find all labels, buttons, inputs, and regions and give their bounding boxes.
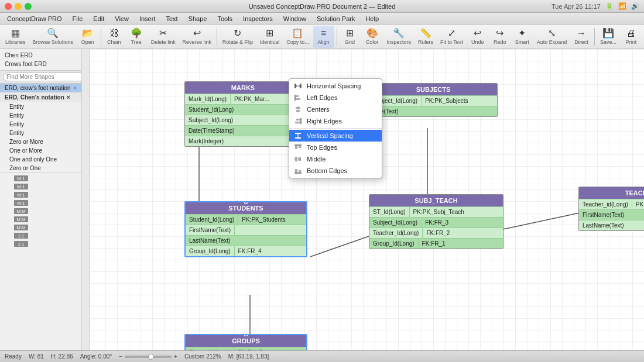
auto-expand-button[interactable]: ⤡ Auto Expand bbox=[534, 26, 570, 48]
subj-teach-header: SUBJ_TEACH bbox=[369, 195, 503, 206]
save-button[interactable]: 💾 Save... bbox=[597, 26, 619, 48]
sidebar-item-crows-foot[interactable]: Crows foot ERD bbox=[0, 60, 81, 68]
tree-button[interactable]: 🌳 Tree bbox=[126, 26, 147, 48]
direct-button[interactable]: → Direct bbox=[571, 26, 592, 48]
delete-link-button[interactable]: ✂ Delete link bbox=[148, 26, 179, 48]
sidebar-entity-3[interactable]: Entity bbox=[0, 120, 81, 129]
menu-help[interactable]: Help bbox=[361, 13, 383, 24]
rulers-button[interactable]: 📏 Rulers bbox=[415, 26, 436, 48]
menu-tools[interactable]: Tools bbox=[213, 13, 237, 24]
sidebar-one-or-more[interactable]: One or More bbox=[0, 146, 81, 155]
menu-insert[interactable]: Insert bbox=[135, 13, 160, 24]
minimize-button[interactable] bbox=[15, 3, 22, 10]
menu-app[interactable]: ConceptDraw PRO bbox=[2, 13, 67, 24]
teachers-row-3: LastName(Text) bbox=[579, 220, 644, 230]
maximize-button[interactable] bbox=[25, 3, 32, 10]
sidebar-rel-m1-1[interactable]: M:1 bbox=[0, 174, 81, 182]
menu-window[interactable]: Window bbox=[279, 13, 311, 24]
identical-button[interactable]: ⊞ Identical bbox=[257, 26, 282, 48]
titlebar: Unsaved ConceptDraw PRO Document 2 — Edi… bbox=[0, 0, 644, 13]
sidebar-entity-1[interactable]: Entity bbox=[0, 102, 81, 111]
dropdown-right-edges[interactable]: Right Edges bbox=[289, 115, 382, 127]
sidebar-rel-m1-3[interactable]: M:1 bbox=[0, 191, 81, 199]
dropdown-top-edges[interactable]: Top Edges bbox=[289, 142, 382, 153]
sidebar-one-only[interactable]: One and only One bbox=[0, 155, 81, 164]
color-button[interactable]: 🎨 Color bbox=[362, 26, 383, 48]
sidebar-rel-m1-4[interactable]: M:1 bbox=[0, 199, 81, 207]
sidebar-rel-11-1[interactable]: 1:1 bbox=[0, 232, 81, 240]
sidebar-item-crows-foot-notation[interactable]: ERD, crow's foot notation × bbox=[0, 84, 81, 92]
close-button[interactable] bbox=[5, 3, 12, 10]
browse-icon: 🔍 bbox=[47, 29, 59, 38]
toolbar-separator-4 bbox=[594, 28, 595, 46]
menu-inspectors[interactable]: Inspectors bbox=[238, 13, 278, 24]
marks-row-4: Date(TimeStamp) bbox=[185, 125, 301, 136]
resize-handle-bottom-right[interactable] bbox=[305, 255, 307, 257]
slider-track[interactable] bbox=[125, 356, 172, 358]
chain-button[interactable]: ⛓ Chain bbox=[104, 26, 125, 48]
resize-handle-groups-top[interactable] bbox=[244, 334, 248, 336]
zoom-in-icon[interactable]: + bbox=[174, 353, 177, 360]
teachers-row-1: Teacher_id(Long) PK:PK_Teachers bbox=[579, 199, 644, 209]
grid-button[interactable]: ⊞ Grid bbox=[340, 26, 361, 48]
browse-solutions-button[interactable]: 🔍 Browse Solutions bbox=[29, 26, 76, 48]
svg-rect-27 bbox=[299, 146, 301, 148]
menu-view[interactable]: View bbox=[110, 13, 133, 24]
students-row-2: FirstName(Text) bbox=[186, 225, 306, 235]
sidebar-entity-2[interactable]: Entity bbox=[0, 111, 81, 120]
sidebar-item-chen-erd[interactable]: Chen ERD bbox=[0, 51, 81, 60]
color-icon: 🎨 bbox=[366, 29, 378, 38]
table-subj-teach[interactable]: SUBJ_TEACH ST_Id(Long) PK:PK_Subj_Teach … bbox=[369, 194, 503, 249]
resize-handle-top[interactable] bbox=[244, 201, 248, 204]
sidebar-entity-4[interactable]: Entity bbox=[0, 129, 81, 137]
menu-shape[interactable]: Shape bbox=[184, 13, 212, 24]
menu-edit[interactable]: Edit bbox=[88, 13, 109, 24]
dropdown-bottom-edges[interactable]: Bottom Edges bbox=[289, 165, 382, 177]
open-button[interactable]: 📂 Open bbox=[77, 26, 98, 48]
sidebar-rel-mm-1[interactable]: M:M bbox=[0, 207, 81, 215]
dropdown-vertical-spacing[interactable]: Vertical Spacing bbox=[289, 130, 382, 142]
zoom-slider[interactable]: − + bbox=[119, 353, 177, 360]
canvas[interactable]: MARKS Mark_Id(Long) PK:PK_Mar... Student… bbox=[82, 49, 644, 350]
sidebar-rel-m1-2[interactable]: M:1 bbox=[0, 182, 81, 191]
table-students[interactable]: STUDENTS Student_Id(Long) PK:PK_Students… bbox=[184, 201, 307, 257]
slider-thumb[interactable] bbox=[148, 354, 154, 360]
find-shapes-input[interactable] bbox=[3, 73, 82, 81]
table-subjects[interactable]: SUBJECTS Subject_Id(Long) PK:PK_Subjects… bbox=[369, 83, 498, 117]
zoom-out-icon[interactable]: − bbox=[119, 353, 122, 360]
sidebar-rel-mm-3[interactable]: M:M bbox=[0, 223, 81, 232]
table-groups[interactable]: GROUPS Group_Id(Long) PK:PK_Groups Name(… bbox=[184, 334, 307, 350]
undo-button[interactable]: ↩ Undo bbox=[467, 26, 488, 48]
sidebar-item-chen-notation[interactable]: ERD, Chen's notation × bbox=[0, 92, 81, 102]
align-button[interactable]: ≡ Align bbox=[313, 26, 334, 48]
table-teachers[interactable]: TEACHERS Teacher_id(Long) PK:PK_Teachers… bbox=[578, 187, 644, 231]
rotate-flip-button[interactable]: ↻ Rotate & Flip bbox=[220, 26, 256, 48]
resize-handle-bottom[interactable] bbox=[244, 255, 248, 257]
svg-rect-13 bbox=[296, 98, 300, 100]
sidebar-rel-11-2[interactable]: 1:1 bbox=[0, 240, 81, 248]
window-controls[interactable] bbox=[5, 3, 32, 10]
print-button[interactable]: 🖨 Print bbox=[621, 26, 642, 48]
fit-to-text-button[interactable]: ⤢ Fit to Text bbox=[437, 26, 466, 48]
dropdown-left-edges[interactable]: Left Edges bbox=[289, 92, 382, 104]
inspectors-button[interactable]: 🔧 Inspectors bbox=[384, 26, 414, 48]
table-marks[interactable]: MARKS Mark_Id(Long) PK:PK_Mar... Student… bbox=[184, 81, 302, 147]
menu-file[interactable]: File bbox=[68, 13, 88, 24]
top-edges-icon bbox=[293, 143, 303, 151]
smart-button[interactable]: ✦ Smart bbox=[512, 26, 533, 48]
svg-rect-30 bbox=[299, 157, 301, 161]
libraries-button[interactable]: ▦ Libraries bbox=[2, 26, 28, 48]
reverse-link-icon: ↩ bbox=[193, 29, 201, 38]
dropdown-centers[interactable]: Centers bbox=[289, 104, 382, 115]
sidebar-zero-or-one[interactable]: Zero or One bbox=[0, 164, 81, 173]
menu-text[interactable]: Text bbox=[161, 13, 182, 24]
menu-solution-park[interactable]: Solution Park bbox=[312, 13, 359, 24]
dropdown-middle[interactable]: Middle bbox=[289, 153, 382, 165]
subjects-row-1: Subject_Id(Long) PK:PK_Subjects bbox=[369, 95, 497, 106]
redo-button[interactable]: ↪ Redo bbox=[489, 26, 511, 48]
copy-to-button[interactable]: 📋 Copy to... bbox=[283, 26, 311, 48]
sidebar-zero-or-more[interactable]: Zero or More bbox=[0, 137, 81, 146]
reverse-link-button[interactable]: ↩ Reverse link bbox=[180, 26, 214, 48]
sidebar-rel-mm-2[interactable]: M:M bbox=[0, 215, 81, 223]
dropdown-horizontal-spacing[interactable]: Horizontal Spacing bbox=[289, 80, 382, 92]
